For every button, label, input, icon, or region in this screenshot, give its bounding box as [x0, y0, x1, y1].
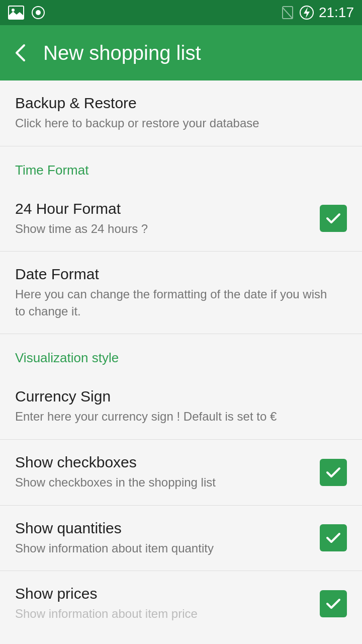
svg-point-3	[36, 10, 41, 15]
show-checkboxes-desc: Show checkboxes in the shopping list	[15, 474, 310, 491]
status-bar: 21:17	[0, 0, 362, 25]
date-format-title: Date Format	[15, 266, 337, 283]
show-prices-desc: Show information about item price	[15, 605, 310, 622]
svg-line-5	[283, 8, 293, 19]
backup-restore-text: Backup & Restore Click here to backup or…	[15, 95, 347, 132]
show-quantities-text: Show quantities Show information about i…	[15, 520, 320, 557]
24-hour-format-text: 24 Hour Format Show time as 24 hours ?	[15, 200, 320, 237]
image-icon	[8, 6, 24, 20]
no-sim-icon	[281, 6, 295, 20]
show-quantities-checkbox[interactable]	[320, 524, 347, 551]
visualization-style-header: Visualization style	[0, 334, 362, 374]
24-hour-format-checkbox[interactable]	[320, 205, 347, 232]
currency-sign-text: Currency Sign Enter here your currency s…	[15, 388, 347, 425]
show-quantities-title: Show quantities	[15, 520, 310, 537]
show-checkboxes-text: Show checkboxes Show checkboxes in the s…	[15, 454, 320, 491]
app-bar: New shopping list	[0, 25, 362, 80]
show-prices-title: Show prices	[15, 585, 310, 602]
show-prices-checkbox[interactable]	[320, 590, 347, 617]
settings-content: Backup & Restore Click here to backup or…	[0, 80, 362, 636]
date-format-desc: Here you can change the formatting of th…	[15, 286, 337, 319]
show-prices-item[interactable]: Show prices Show information about item …	[0, 571, 362, 636]
24-hour-format-title: 24 Hour Format	[15, 200, 310, 217]
status-bar-right: 21:17	[281, 5, 354, 21]
time-format-header: Time Format	[0, 146, 362, 186]
show-checkboxes-title: Show checkboxes	[15, 454, 310, 471]
24-hour-format-desc: Show time as 24 hours ?	[15, 220, 310, 237]
backup-restore-title: Backup & Restore	[15, 95, 337, 112]
date-format-item[interactable]: Date Format Here you can change the form…	[0, 252, 362, 334]
backup-restore-item[interactable]: Backup & Restore Click here to backup or…	[0, 80, 362, 146]
show-prices-text: Show prices Show information about item …	[15, 585, 320, 622]
show-checkboxes-checkbox[interactable]	[320, 459, 347, 486]
show-quantities-item[interactable]: Show quantities Show information about i…	[0, 506, 362, 572]
show-checkboxes-item[interactable]: Show checkboxes Show checkboxes in the s…	[0, 440, 362, 506]
24-hour-format-item[interactable]: 24 Hour Format Show time as 24 hours ?	[0, 186, 362, 252]
status-time: 21:17	[319, 5, 354, 21]
svg-point-1	[12, 9, 15, 12]
show-quantities-desc: Show information about item quantity	[15, 540, 310, 557]
flash-icon	[300, 6, 314, 20]
back-button[interactable]	[10, 42, 31, 63]
backup-restore-desc: Click here to backup or restore your dat…	[15, 115, 337, 132]
status-bar-left	[8, 6, 45, 20]
currency-sign-title: Currency Sign	[15, 388, 337, 405]
page-title: New shopping list	[43, 42, 201, 64]
currency-sign-item[interactable]: Currency Sign Enter here your currency s…	[0, 374, 362, 440]
target-icon	[31, 6, 45, 20]
currency-sign-desc: Enter here your currency sign ! Default …	[15, 408, 337, 425]
date-format-text: Date Format Here you can change the form…	[15, 266, 347, 319]
